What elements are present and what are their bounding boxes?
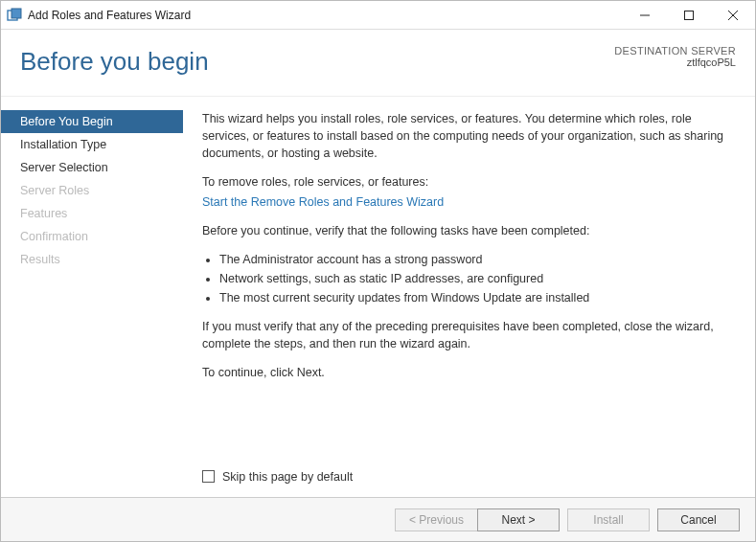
sidebar-item-label: Server Selection xyxy=(20,161,108,174)
sidebar-item-label: Before You Begin xyxy=(20,115,113,128)
destination-server: ztlfqcoP5L xyxy=(614,56,736,68)
footer: < Previous Next > Install Cancel xyxy=(1,497,755,541)
sidebar: Before You Begin Installation Type Serve… xyxy=(1,97,183,497)
body: Before You Begin Installation Type Serve… xyxy=(1,97,755,497)
minimize-button[interactable] xyxy=(623,1,667,30)
window-title: Add Roles and Features Wizard xyxy=(28,9,623,22)
close-button[interactable] xyxy=(711,1,755,30)
sidebar-item-features: Features xyxy=(1,202,183,225)
sidebar-item-label: Confirmation xyxy=(20,230,88,243)
prereq-item: The Administrator account has a strong p… xyxy=(219,251,734,268)
maximize-button[interactable] xyxy=(667,1,711,30)
sidebar-item-confirmation: Confirmation xyxy=(1,225,183,248)
skip-row: Skip this page by default xyxy=(202,468,353,486)
content: This wizard helps you install roles, rol… xyxy=(183,97,755,497)
skip-checkbox-label: Skip this page by default xyxy=(222,468,353,486)
app-icon xyxy=(7,8,22,23)
sidebar-item-results: Results xyxy=(1,248,183,271)
next-button[interactable]: Next > xyxy=(477,508,560,531)
to-continue-text: To continue, click Next. xyxy=(202,364,734,381)
prereq-item: Network settings, such as static IP addr… xyxy=(219,270,734,287)
sidebar-item-label: Server Roles xyxy=(20,184,89,197)
prereq-list: The Administrator account has a strong p… xyxy=(202,251,734,306)
sidebar-item-label: Installation Type xyxy=(20,138,106,151)
destination-block: DESTINATION SERVER ztlfqcoP5L xyxy=(614,45,736,68)
svg-rect-1 xyxy=(11,9,21,18)
sidebar-item-label: Features xyxy=(20,207,67,220)
cancel-button[interactable]: Cancel xyxy=(657,508,740,531)
titlebar: Add Roles and Features Wizard xyxy=(1,1,755,30)
prereq-item: The most current security updates from W… xyxy=(219,289,734,306)
remove-label: To remove roles, role services, or featu… xyxy=(202,173,734,191)
sidebar-item-server-selection[interactable]: Server Selection xyxy=(1,156,183,179)
sidebar-item-server-roles: Server Roles xyxy=(1,179,183,202)
header: Before you begin DESTINATION SERVER ztlf… xyxy=(1,30,755,97)
if-must-verify-text: If you must verify that any of the prece… xyxy=(202,318,734,352)
verify-label: Before you continue, verify that the fol… xyxy=(202,222,734,239)
page-title: Before you begin xyxy=(20,47,209,77)
skip-checkbox[interactable] xyxy=(202,470,215,483)
nav-button-group: < Previous Next > xyxy=(395,508,560,531)
sidebar-item-label: Results xyxy=(20,253,60,266)
previous-button: < Previous xyxy=(395,508,477,531)
svg-rect-3 xyxy=(685,11,694,19)
destination-label: DESTINATION SERVER xyxy=(614,45,736,56)
sidebar-item-before-you-begin[interactable]: Before You Begin xyxy=(1,110,183,133)
sidebar-item-installation-type[interactable]: Installation Type xyxy=(1,133,183,156)
remove-roles-link[interactable]: Start the Remove Roles and Features Wiza… xyxy=(202,193,734,211)
intro-text: This wizard helps you install roles, rol… xyxy=(202,110,734,162)
install-button: Install xyxy=(567,508,650,531)
